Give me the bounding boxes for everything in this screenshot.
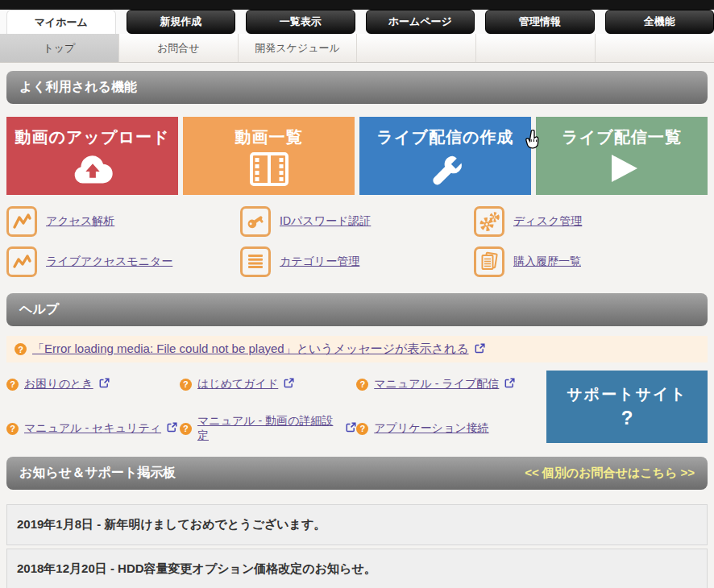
external-link-icon [99,377,110,391]
tab-admin-info[interactable]: 管理情報 [485,10,595,34]
access-analysis-link[interactable]: アクセス解析 [6,206,240,237]
section-title: よく利用される機能 [19,79,137,96]
section-header-news: お知らせ＆サポート掲示板 << 個別のお問合せはこちら >> [6,457,708,490]
main-nav-tabs: マイホーム 新規作成 一覧表示 ホームページ 管理情報 全機能 [0,10,714,34]
help-link-manual-live[interactable]: ? マニュアル - ライブ配信 [356,377,538,391]
question-icon: ? [356,423,368,435]
error-loading-media-link[interactable]: 「Error loading media: File could not be … [32,342,469,357]
link-label: ライブアクセスモニター [46,255,172,269]
question-icon: ? [6,423,19,435]
link-label: ディスク管理 [513,214,582,229]
tab-label: 管理情報 [519,14,561,29]
id-password-auth-link[interactable]: IDパスワード認証 [240,206,474,237]
link-label: IDパスワード認証 [280,214,371,229]
disk-management-link[interactable]: ディスク管理 [474,206,708,237]
subtab-empty [476,34,596,62]
support-site-label: サポートサイト [567,384,687,405]
subtab-label: トップ [43,41,75,56]
subtab-empty [357,34,476,62]
create-live-stream-button[interactable]: ライブ配信の作成 [359,117,531,195]
support-site-button[interactable]: サポートサイト ? [546,371,708,443]
tab-label: 新規作成 [160,14,201,29]
link-label: アプリケーション接続 [374,421,488,436]
question-icon: ? [15,343,27,355]
wrench-icon [427,151,464,192]
button-label: ライブ配信の作成 [377,126,514,148]
subtab-label: お問合せ [157,41,200,56]
subtab-label: 開発スケジュール [255,41,340,56]
link-label: はじめてガイド [197,377,278,391]
feature-buttons-row: 動画のアップロード 動画一覧 [6,117,708,195]
tab-my-home[interactable]: マイホーム [6,10,116,34]
help-link-beginners-guide[interactable]: ? はじめてガイド [180,377,356,391]
sub-nav-tabs: トップ お問合せ 開発スケジュール [0,34,714,63]
key-icon [240,206,271,237]
feature-links-grid: アクセス解析 IDパスワード認証 ディスク管理 ライブアクセスモニター カテゴリ… [6,206,708,277]
tab-list-view[interactable]: 一覧表示 [246,10,355,34]
line-chart-icon [6,246,37,277]
external-link-icon [475,342,485,357]
category-management-link[interactable]: カテゴリー管理 [240,246,474,277]
link-label: カテゴリー管理 [280,255,359,269]
live-access-monitor-link[interactable]: ライブアクセスモニター [6,246,240,277]
line-chart-icon [6,206,37,237]
tab-label: 一覧表示 [280,14,322,29]
list-icon [240,246,271,277]
help-links-grid: ? お困りのとき ? はじめてガイド ? マニュアル - ライブ配信 ? マニュ… [6,371,538,443]
link-label: マニュアル - セキュリティ [24,421,161,436]
news-text: 2018年12月20日 - HDD容量変更オプション価格改定のお知らせ。 [17,561,376,575]
button-label: 動画一覧 [235,126,303,148]
external-link-icon [504,377,515,391]
live-stream-list-button[interactable]: ライブ配信一覧 [536,117,708,195]
subtab-top[interactable]: トップ [0,34,119,62]
external-link-icon [284,377,294,391]
section-title: ヘルプ [19,301,59,318]
question-icon: ? [6,379,19,391]
link-label: マニュアル - 動画の詳細設定 [197,414,340,443]
film-icon [249,151,289,190]
external-link-icon [346,421,356,436]
individual-inquiry-link[interactable]: << 個別のお問合せはこちら >> [525,466,695,481]
tab-create-new[interactable]: 新規作成 [127,10,236,34]
purchase-history-link[interactable]: 購入履歴一覧 [474,246,708,277]
news-item: 2018年12月20日 - HDD容量変更オプション価格改定のお知らせ。 [6,549,708,588]
help-links-zone: ? お困りのとき ? はじめてガイド ? マニュアル - ライブ配信 ? マニュ… [6,371,708,443]
link-label: お困りのとき [24,377,93,391]
play-icon [604,151,641,188]
page-content: よく利用される機能 動画のアップロード 動画一覧 [0,63,714,588]
help-link-trouble[interactable]: ? お困りのとき [6,377,180,391]
news-text: 2019年1月8日 - 新年明けましておめでとうございます。 [17,517,326,531]
tab-label: ホームページ [388,14,452,29]
tab-label: マイホーム [35,15,88,30]
help-highlight-row[interactable]: ? 「Error loading media: File could not b… [6,336,708,362]
help-link-manual-security[interactable]: ? マニュアル - セキュリティ [6,414,180,443]
gears-icon [474,206,504,237]
link-label: アクセス解析 [46,214,114,229]
upload-video-button[interactable]: 動画のアップロード [6,117,178,195]
cloud-upload-icon [68,151,118,188]
subtab-empty [596,34,714,62]
tab-label: 全機能 [644,14,675,29]
question-mark: ? [621,407,633,429]
question-icon: ? [180,423,192,435]
button-label: 動画のアップロード [15,126,170,148]
help-link-manual-video-settings[interactable]: ? マニュアル - 動画の詳細設定 [180,414,356,443]
button-label: ライブ配信一覧 [562,126,681,148]
link-label: 購入履歴一覧 [513,255,581,269]
section-header-help: ヘルプ [6,293,708,326]
subtab-dev-schedule[interactable]: 開発スケジュール [239,34,358,62]
link-label: マニュアル - ライブ配信 [374,377,499,391]
window-top-bar [0,0,714,10]
tab-all-functions[interactable]: 全機能 [605,10,714,34]
tab-homepage[interactable]: ホームページ [366,10,475,34]
help-link-application-connect[interactable]: ? アプリケーション接続 [356,414,538,443]
video-list-button[interactable]: 動画一覧 [183,117,355,195]
question-icon: ? [180,379,192,391]
documents-icon [474,246,504,277]
section-title: お知らせ＆サポート掲示板 [19,465,176,482]
section-header-features: よく利用される機能 [6,71,708,104]
question-icon: ? [356,379,368,391]
external-link-icon [167,421,177,436]
subtab-contact[interactable]: お問合せ [119,34,239,62]
news-item: 2019年1月8日 - 新年明けましておめでとうございます。 [6,504,708,545]
